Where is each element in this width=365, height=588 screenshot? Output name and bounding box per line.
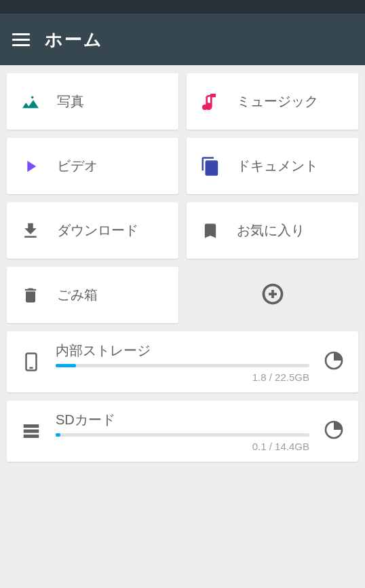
svg-point-0 bbox=[31, 96, 33, 98]
tile-music[interactable]: ミュージック bbox=[187, 73, 358, 130]
storage-internal-info: 内部ストレージ 1.8 / 22.5GB bbox=[56, 342, 309, 383]
storage-drive-icon bbox=[20, 420, 42, 442]
tile-favorite[interactable]: お気に入り bbox=[187, 202, 358, 259]
app-bar: ホーム bbox=[0, 14, 365, 65]
svg-rect-6 bbox=[24, 430, 39, 433]
tile-add[interactable] bbox=[187, 267, 358, 323]
tile-photo[interactable]: 写真 bbox=[7, 73, 178, 130]
status-bar bbox=[0, 0, 365, 14]
tile-video-label: ビデオ bbox=[57, 157, 98, 175]
menu-icon[interactable] bbox=[12, 33, 30, 46]
tile-trash[interactable]: ごみ箱 bbox=[7, 267, 178, 323]
content-area: 写真 ミュージック ビデオ ドキュメント ダウンロード bbox=[0, 65, 365, 470]
tile-photo-label: 写真 bbox=[57, 92, 84, 111]
tile-favorite-label: お気に入り bbox=[237, 221, 305, 240]
photo-icon bbox=[19, 90, 42, 113]
plus-circle-icon bbox=[261, 282, 285, 309]
tile-music-label: ミュージック bbox=[237, 92, 318, 111]
storage-internal-progress bbox=[56, 364, 309, 367]
tile-document-label: ドキュメント bbox=[237, 157, 318, 175]
phone-icon bbox=[20, 351, 42, 373]
storage-internal-usage: 1.8 / 22.5GB bbox=[56, 371, 309, 383]
svg-rect-7 bbox=[24, 435, 39, 438]
tile-download[interactable]: ダウンロード bbox=[7, 202, 178, 259]
document-icon bbox=[199, 155, 222, 178]
storage-internal-label: 内部ストレージ bbox=[56, 342, 309, 360]
page-title: ホーム bbox=[45, 28, 103, 52]
tile-download-label: ダウンロード bbox=[57, 221, 138, 240]
storage-sdcard-label: SDカード bbox=[56, 411, 309, 429]
bookmark-icon bbox=[199, 219, 222, 242]
storage-internal[interactable]: 内部ストレージ 1.8 / 22.5GB bbox=[7, 331, 358, 392]
pie-chart-icon[interactable] bbox=[323, 350, 345, 374]
tile-document[interactable]: ドキュメント bbox=[187, 138, 358, 194]
storage-sdcard[interactable]: SDカード 0.1 / 14.4GB bbox=[7, 401, 358, 462]
video-icon bbox=[19, 155, 42, 178]
tile-video[interactable]: ビデオ bbox=[7, 138, 178, 194]
storage-sdcard-usage: 0.1 / 14.4GB bbox=[56, 441, 309, 452]
pie-chart-icon[interactable] bbox=[323, 419, 345, 443]
category-grid: 写真 ミュージック ビデオ ドキュメント ダウンロード bbox=[7, 73, 358, 323]
trash-icon bbox=[19, 284, 42, 307]
download-icon bbox=[19, 219, 42, 242]
svg-point-1 bbox=[202, 105, 208, 110]
svg-rect-5 bbox=[24, 424, 39, 428]
tile-trash-label: ごみ箱 bbox=[57, 286, 98, 304]
music-icon bbox=[199, 90, 222, 113]
storage-list: 内部ストレージ 1.8 / 22.5GB SDカード 0.1 / 14.4GB bbox=[7, 331, 358, 462]
storage-sdcard-info: SDカード 0.1 / 14.4GB bbox=[56, 411, 309, 452]
storage-sdcard-progress bbox=[56, 433, 309, 437]
